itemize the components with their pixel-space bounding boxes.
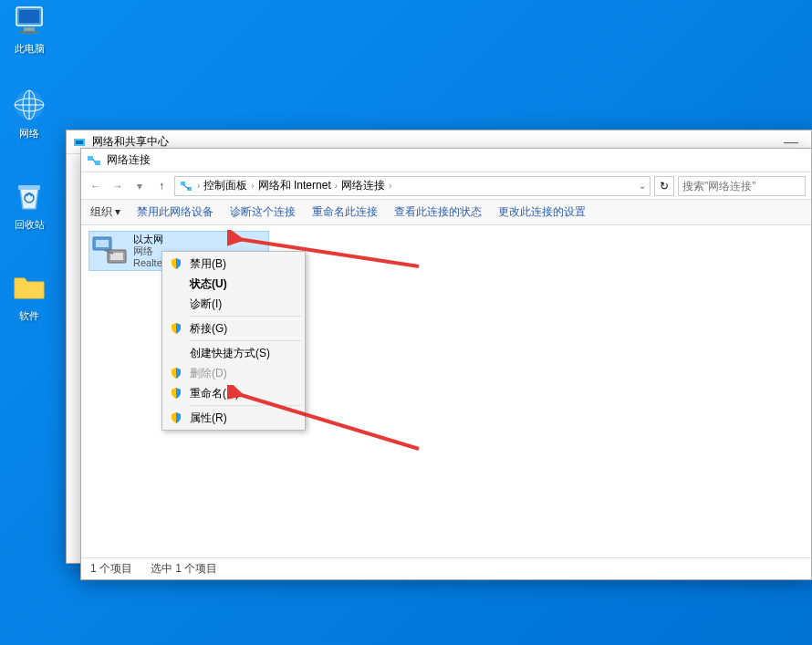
svg-line-15 (93, 159, 95, 162)
context-menu-properties[interactable]: 属性(R) (164, 408, 303, 428)
svg-rect-14 (95, 161, 100, 165)
context-menu-rename[interactable]: 重命名(M) (164, 383, 303, 403)
network-icon (87, 153, 101, 168)
shield-icon (170, 322, 182, 335)
breadcrumb-separator: › (197, 181, 200, 191)
breadcrumb-icon (179, 179, 193, 193)
window-title: 网络连接 (107, 152, 806, 168)
desktop-icon-this-pc[interactable]: 此电脑 (2, 2, 57, 56)
shield-icon (170, 411, 182, 424)
toolbar-diagnose[interactable]: 诊断这个连接 (230, 204, 296, 220)
context-menu-disable[interactable]: 禁用(B) (164, 254, 303, 274)
breadcrumb-dropdown-button[interactable]: ⌄ (639, 181, 646, 191)
nav-up-button[interactable]: ↑ (152, 177, 171, 195)
toolbar-rename[interactable]: 重命名此连接 (312, 204, 378, 220)
context-menu-delete[interactable]: 删除(D) (164, 363, 303, 383)
window-network-connections: 网络连接 ← → ▾ ↑ › 控制面板 › 网络和 Internet › 网络连… (80, 148, 812, 580)
svg-rect-16 (181, 182, 185, 185)
context-menu-status[interactable]: 状态(U) (164, 274, 303, 294)
context-menu-diagnose[interactable]: 诊断(I) (164, 294, 303, 314)
desktop-icon-software[interactable]: 软件 (2, 269, 57, 323)
desktop-icon-label: 回收站 (15, 218, 45, 232)
computer-icon (11, 2, 47, 38)
toolbar-status[interactable]: 查看此连接的状态 (394, 204, 482, 220)
breadcrumb-item[interactable]: 网络和 Internet (258, 178, 331, 193)
ethernet-icon (91, 234, 130, 268)
desktop-icon-network[interactable]: 网络 (2, 87, 57, 140)
svg-rect-20 (96, 240, 109, 247)
recycle-bin-icon (11, 178, 47, 214)
context-menu-bridge[interactable]: 桥接(G) (164, 318, 303, 338)
menu-separator (190, 405, 301, 406)
breadcrumb-item[interactable]: 网络连接 (341, 178, 385, 193)
nav-forward-button[interactable]: → (109, 177, 127, 195)
shield-icon (170, 257, 182, 270)
globe-icon (11, 87, 47, 123)
svg-rect-9 (18, 185, 40, 190)
nav-back-button[interactable]: ← (87, 177, 105, 195)
menu-separator (190, 316, 301, 317)
breadcrumb-separator: › (335, 181, 338, 191)
toolbar: 组织 ▾ 禁用此网络设备 诊断这个连接 重命名此连接 查看此连接的状态 更改此连… (81, 200, 811, 225)
breadcrumb-separator: › (251, 181, 254, 191)
breadcrumb[interactable]: › 控制面板 › 网络和 Internet › 网络连接 › ⌄ (174, 176, 651, 196)
context-menu: 禁用(B) 状态(U) 诊断(I) 桥接(G) 创建快捷方式(S) 删除(D) (161, 251, 306, 431)
toolbar-change[interactable]: 更改此连接的设置 (498, 204, 586, 220)
shield-icon (170, 387, 182, 400)
context-menu-shortcut[interactable]: 创建快捷方式(S) (164, 343, 303, 363)
breadcrumb-separator: › (389, 181, 391, 191)
svg-rect-1 (19, 10, 39, 23)
desktop-icon-label: 网络 (19, 127, 39, 140)
search-input[interactable] (678, 176, 806, 196)
status-bar: 1 个项目 选中 1 个项目 (81, 557, 811, 579)
menu-separator (190, 340, 301, 341)
toolbar-disable[interactable]: 禁用此网络设备 (137, 204, 213, 220)
content-area: 以太网 网络 Realtek 禁用(B) 状态(U) 诊断(I) 桥接(G) (81, 225, 811, 557)
svg-rect-2 (24, 27, 35, 31)
desktop-icon-label: 此电脑 (15, 42, 45, 56)
svg-rect-12 (76, 140, 83, 144)
shield-icon (170, 367, 182, 380)
title-bar[interactable]: 网络连接 (81, 149, 811, 172)
connection-name: 以太网 (133, 234, 167, 245)
desktop-icon-recycle-bin[interactable]: 回收站 (2, 178, 57, 232)
toolbar-organize[interactable]: 组织 ▾ (90, 204, 120, 220)
svg-rect-13 (88, 156, 93, 161)
address-bar: ← → ▾ ↑ › 控制面板 › 网络和 Internet › 网络连接 › ⌄… (81, 172, 811, 200)
nav-dropdown-button[interactable]: ▾ (130, 177, 149, 195)
breadcrumb-item[interactable]: 控制面板 (203, 178, 247, 193)
status-selected-count: 选中 1 个项目 (151, 561, 217, 577)
svg-rect-3 (20, 31, 38, 34)
refresh-button[interactable]: ↻ (654, 176, 674, 196)
folder-icon (11, 269, 47, 306)
status-item-count: 1 个项目 (90, 561, 132, 577)
desktop-icon-label: 软件 (19, 309, 39, 323)
